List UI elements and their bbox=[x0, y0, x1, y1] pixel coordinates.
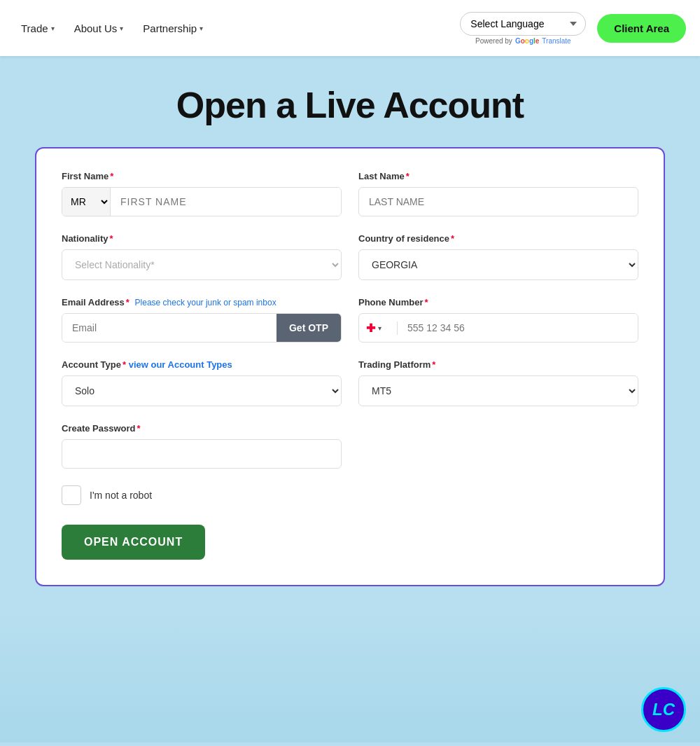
nationality-label: Nationality* bbox=[62, 233, 342, 244]
first-name-input[interactable] bbox=[111, 188, 341, 216]
navbar: Trade ▾ About Us ▾ Partnership ▾ Select … bbox=[0, 0, 700, 56]
title-select[interactable]: MR MRS MS DR bbox=[62, 188, 111, 216]
translate-text: Translate bbox=[542, 37, 570, 45]
chevron-down-icon: ▾ bbox=[51, 25, 55, 32]
country-label: Country of residence* bbox=[358, 233, 638, 244]
country-select[interactable]: GEORGIA bbox=[358, 249, 638, 280]
password-label: Create Password* bbox=[62, 423, 342, 434]
last-name-group: Last Name* bbox=[358, 171, 638, 216]
nav-about-label: About Us bbox=[74, 22, 118, 34]
account-type-label: Account Type* view our Account Types bbox=[62, 359, 342, 370]
email-input-wrapper: Get OTP bbox=[62, 313, 342, 343]
nav-item-trade[interactable]: Trade ▾ bbox=[14, 17, 62, 40]
trading-platform-group: Trading Platform* MT5 bbox=[358, 359, 638, 406]
recaptcha-row: I'm not a robot bbox=[62, 485, 638, 505]
hero-section: Open a Live Account First Name* MR MRS M… bbox=[0, 56, 700, 742]
password-group: Create Password* bbox=[62, 423, 342, 469]
bottom-illustration bbox=[0, 602, 700, 742]
trading-platform-select[interactable]: MT5 bbox=[358, 375, 638, 406]
last-name-input[interactable] bbox=[358, 187, 638, 216]
language-select[interactable]: Select Language bbox=[460, 12, 586, 36]
trading-platform-label: Trading Platform* bbox=[358, 359, 638, 370]
recaptcha-checkbox[interactable] bbox=[62, 485, 81, 505]
open-account-button[interactable]: OPEN ACCOUNT bbox=[62, 525, 205, 560]
phone-label: Phone Number* bbox=[358, 297, 638, 308]
google-logo: Google bbox=[515, 37, 539, 45]
contact-row: Email Address* Please check your junk or… bbox=[62, 297, 638, 343]
chevron-down-icon: ▾ bbox=[120, 25, 123, 32]
account-platform-row: Account Type* view our Account Types Sol… bbox=[62, 359, 638, 406]
email-group: Email Address* Please check your junk or… bbox=[62, 297, 342, 343]
country-group: Country of residence* GEORGIA bbox=[358, 233, 638, 280]
name-row: First Name* MR MRS MS DR Last Name* bbox=[62, 171, 638, 216]
powered-by: Powered by Google Translate bbox=[475, 37, 571, 45]
account-types-link[interactable]: view our Account Types bbox=[129, 359, 232, 370]
first-name-input-wrapper: MR MRS MS DR bbox=[62, 187, 342, 216]
chevron-down-icon: ▾ bbox=[200, 25, 203, 32]
nav-partnership-label: Partnership bbox=[143, 22, 197, 34]
navbar-right: Select Language Powered by Google Transl… bbox=[460, 12, 686, 45]
nav-item-partnership[interactable]: Partnership ▾ bbox=[136, 17, 210, 40]
powered-by-text: Powered by bbox=[475, 37, 512, 45]
nationality-select[interactable]: Select Nationality* bbox=[62, 249, 342, 280]
lc-logo-badge: LC bbox=[641, 687, 686, 732]
password-row: Create Password* bbox=[62, 423, 638, 469]
nationality-group: Nationality* Select Nationality* bbox=[62, 233, 342, 280]
email-input[interactable] bbox=[62, 314, 276, 342]
nav-item-about[interactable]: About Us ▾ bbox=[67, 17, 131, 40]
password-input[interactable] bbox=[62, 439, 342, 469]
last-name-label: Last Name* bbox=[358, 171, 638, 181]
flag-icon: ✚ bbox=[366, 322, 375, 335]
chevron-down-icon: ▾ bbox=[378, 324, 382, 332]
nationality-row: Nationality* Select Nationality* Country… bbox=[62, 233, 638, 280]
page-title: Open a Live Account bbox=[176, 84, 524, 126]
recaptcha-label: I'm not a robot bbox=[90, 490, 152, 501]
registration-form-card: First Name* MR MRS MS DR Last Name* bbox=[35, 147, 665, 586]
account-type-group: Account Type* view our Account Types Sol… bbox=[62, 359, 342, 406]
navbar-left: Trade ▾ About Us ▾ Partnership ▾ bbox=[14, 17, 460, 40]
first-name-label: First Name* bbox=[62, 171, 342, 181]
phone-flag-selector[interactable]: ✚ ▾ bbox=[359, 322, 398, 335]
get-otp-button[interactable]: Get OTP bbox=[276, 314, 341, 342]
phone-input[interactable] bbox=[398, 314, 638, 342]
nav-trade-label: Trade bbox=[21, 22, 48, 34]
email-note: Please check your junk or spam inbox bbox=[135, 298, 276, 308]
account-type-select[interactable]: Solo bbox=[62, 375, 342, 406]
client-area-button[interactable]: Client Area bbox=[597, 14, 686, 43]
email-label: Email Address* Please check your junk or… bbox=[62, 297, 342, 308]
phone-group: Phone Number* ✚ ▾ bbox=[358, 297, 638, 343]
phone-input-wrapper: ✚ ▾ bbox=[358, 313, 638, 343]
language-selector-wrapper: Select Language Powered by Google Transl… bbox=[460, 12, 586, 45]
first-name-group: First Name* MR MRS MS DR bbox=[62, 171, 342, 216]
